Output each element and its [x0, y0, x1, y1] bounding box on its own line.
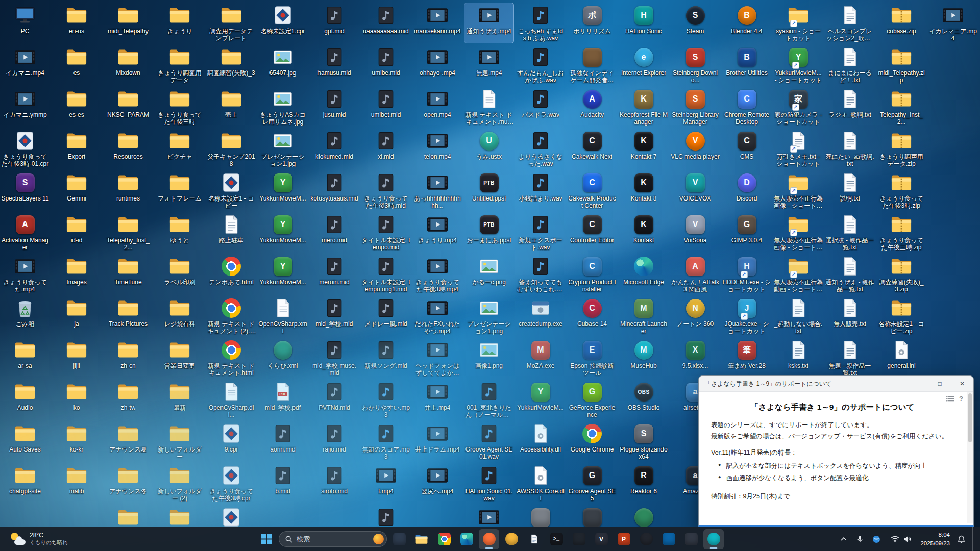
desktop-icon[interactable]: zh-cn — [104, 338, 153, 378]
desktop-icon[interactable]: 孤独なインディゲーム開発者の一生... — [568, 45, 617, 85]
desktop-icon[interactable]: きょうりASカコレ用サムネ.jpg — [258, 87, 307, 127]
desktop-icon[interactable]: アナウンス夏 — [104, 421, 153, 461]
desktop-icon[interactable]: ヘッドフォンはずしててよかった.mp4 — [413, 338, 462, 378]
desktop-icon[interactable]: GGroove Agent SE 5 — [568, 463, 617, 503]
taskbar-app-edge[interactable] — [456, 529, 477, 549]
desktop-icon[interactable]: malib — [52, 463, 101, 503]
desktop-icon[interactable]: きょうり食ってた午後3時-01.cpr — [1, 129, 50, 168]
desktop-icon[interactable]: mero.mid — [310, 212, 359, 252]
desktop-icon[interactable]: ポポリリリズム — [568, 3, 617, 43]
desktop-icon[interactable]: かるーc.png — [464, 254, 513, 294]
desktop-icon[interactable]: umibe.mid — [361, 45, 410, 85]
taskbar-app-terminal[interactable]: >_ — [546, 529, 567, 549]
list-menu-icon[interactable] — [946, 395, 954, 402]
desktop-icon[interactable]: ごみ箱 — [1, 296, 50, 336]
desktop-icon[interactable]: 画像1.png — [464, 338, 513, 378]
desktop-icon[interactable]: 調査練習(失敗)_3 — [207, 45, 256, 85]
desktop-icon[interactable]: 001_東北きりたん（ノーマル）_少しゃ... — [464, 380, 513, 419]
desktop-icon[interactable]: フォトフレーム — [155, 170, 204, 210]
desktop-icon[interactable]: PTBおーまにあ.ppsf — [464, 212, 513, 252]
desktop-icon[interactable]: SPlogue sforzando x64 — [619, 421, 668, 461]
desktop-icon[interactable]: _起動しない場合.txt — [774, 296, 823, 336]
desktop-icon[interactable]: きょうり食ってた午後3時.cpr — [207, 463, 256, 503]
desktop-icon[interactable]: H↗HDDFMT.exe - ショートカット — [722, 254, 771, 294]
desktop-icon[interactable]: YYukkuriMovieM... — [516, 380, 565, 419]
desktop-icon[interactable]: gpt.mid — [310, 3, 359, 43]
search-box[interactable]: 検索 — [279, 531, 387, 547]
desktop-icon[interactable]: ↗無人販売不正行為 画像 - ショートカット — [774, 212, 823, 252]
taskbar-app-widgets[interactable] — [389, 529, 409, 549]
quick-settings[interactable] — [888, 534, 914, 545]
desktop-icon[interactable]: ar-sa — [1, 338, 50, 378]
desktop-icon[interactable]: Uうみ.ustx — [464, 129, 513, 168]
minimize-button[interactable]: — — [906, 376, 928, 391]
desktop-icon[interactable]: OpenCvSharp.dll... — [207, 380, 256, 419]
desktop-icon[interactable]: こっちeh すまfd s b ふあ.wav — [516, 3, 565, 43]
desktop-icon[interactable]: きょうり食ってた午後三時 — [155, 87, 204, 127]
desktop-icon[interactable]: 小銭詰まり.wav — [516, 170, 565, 210]
desktop-icon[interactable]: レジ袋有料 — [155, 296, 204, 336]
desktop-icon[interactable]: 父子キャンプ2018 — [207, 129, 256, 168]
desktop-icon[interactable]: es — [52, 45, 101, 85]
desktop-icon[interactable]: 通知うぜえ - 親作品一覧.txt — [825, 254, 874, 294]
notification-bell-icon[interactable] — [956, 533, 966, 546]
desktop-icon[interactable]: 無題.mp4 — [464, 45, 513, 85]
taskbar-app-chrome[interactable] — [434, 529, 454, 549]
desktop-icon[interactable]: Gemini — [52, 170, 101, 210]
desktop-icon[interactable]: ゆうと — [155, 212, 204, 252]
desktop-icon[interactable]: YYukkuriMovieM... — [258, 212, 307, 252]
desktop-icon[interactable]: HALion Sonic 01.wav — [464, 463, 513, 503]
desktop-icon[interactable]: 通知うぜえ.mp4 — [464, 3, 513, 43]
desktop-icon[interactable]: cubase.zip — [877, 3, 926, 43]
desktop-icon[interactable]: PDFmid_学校.pdf — [258, 380, 307, 419]
desktop-icon[interactable]: SSteinberg Library Manager — [671, 87, 720, 127]
desktop-icon[interactable]: OBSOBS Studio — [619, 380, 668, 419]
taskbar-app-browser-orange[interactable] — [501, 529, 522, 549]
desktop-icon[interactable]: CCakewalk Product Center — [568, 170, 617, 210]
desktop-icon[interactable]: 売上 — [207, 87, 256, 127]
desktop-icon[interactable]: イカマニ.ymmp — [1, 87, 50, 127]
taskbar-app-app-dark-1[interactable] — [569, 529, 589, 549]
desktop-icon[interactable]: バスドラ.wav — [516, 87, 565, 127]
desktop-icon[interactable]: よりうるさくなった.wav — [516, 129, 565, 168]
desktop-icon[interactable]: PTBUntitled.ppsf — [464, 170, 513, 210]
desktop-icon[interactable]: Telepathy_Inst_2... — [877, 87, 926, 127]
desktop-icon[interactable]: general.ini — [877, 338, 926, 378]
desktop-icon[interactable]: SSpectraLayers 11 — [1, 170, 50, 210]
desktop-icon[interactable]: きょうり.mp4 — [413, 212, 462, 252]
scrollbar[interactable] — [967, 392, 973, 523]
desktop-icon[interactable]: 路上駐車 — [207, 212, 256, 252]
desktop-icon[interactable]: あっhhhhhhhhhhhh... — [413, 170, 462, 210]
desktop-icon[interactable]: メドレー風.mid — [361, 296, 410, 336]
start-button[interactable] — [256, 529, 277, 549]
desktop-icon[interactable]: BBlender 4.4 — [722, 3, 771, 43]
desktop-icon[interactable]: 筆筆まめ Ver.28 — [722, 338, 771, 378]
desktop-icon[interactable]: jijii — [52, 338, 101, 378]
desktop-icon[interactable]: ずんだもん_しおかぜふ.wav — [516, 45, 565, 85]
desktop-icon[interactable]: AAudacity — [568, 87, 617, 127]
desktop-icon[interactable]: プレゼンテーション1.png — [464, 296, 513, 336]
desktop-icon[interactable]: CController Editor — [568, 212, 617, 252]
desktop-icon[interactable]: ↗万引きメモ.txt - ショートカット — [774, 129, 823, 168]
desktop-icon[interactable]: 名称未設定1.cpr — [258, 3, 307, 43]
desktop[interactable]: PC イカマニ.mp4 イカマニ.ymmp きょうり食ってた午後3時-01.cp… — [0, 0, 980, 551]
desktop-icon[interactable]: きょうり食ってた午後三時.zip — [877, 212, 926, 252]
desktop-icon[interactable]: SSteam — [671, 3, 720, 43]
desktop-icon[interactable]: DDiscord — [722, 170, 771, 210]
desktop-icon[interactable]: ピクチャ — [155, 129, 204, 168]
desktop-icon[interactable]: 新しいフォルダー (2) — [155, 463, 204, 503]
desktop-icon[interactable]: 家↗家の防犯カメラ - ショートカット — [774, 87, 823, 127]
desktop-icon[interactable]: イカマニ.mp4 — [1, 45, 50, 85]
taskbar-app-dev-tool[interactable] — [658, 529, 679, 549]
show-desktop-button[interactable] — [972, 527, 975, 551]
desktop-icon[interactable]: KKeepforest File Manager — [619, 87, 668, 127]
desktop-icon[interactable]: Telepathy_Inst_2... — [104, 212, 153, 252]
tray-chevron-up-icon[interactable] — [839, 533, 849, 546]
desktop-icon[interactable]: 新しいフォルダー — [155, 421, 204, 461]
desktop-icon[interactable]: kotusytuaaus.mid — [310, 170, 359, 210]
desktop-icon[interactable]: Track Pictures — [104, 296, 153, 336]
desktop-icon[interactable]: es-es — [52, 87, 101, 127]
taskbar-app-app-dark-3[interactable] — [681, 529, 701, 549]
desktop-icon[interactable]: YYukkuriMovieM... — [258, 254, 307, 294]
desktop-icon[interactable]: mid_学校.mid — [310, 296, 359, 336]
